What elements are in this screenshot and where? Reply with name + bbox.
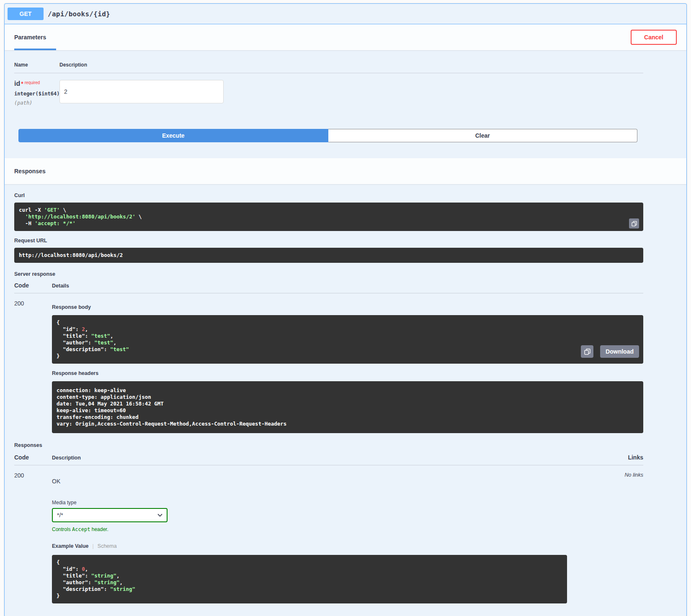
accept-controls-note: Controls Accept header.	[52, 526, 606, 532]
parameter-name: id	[14, 80, 20, 87]
curl-code-block: curl -X 'GET' \ 'http://localhost:8080/a…	[14, 203, 643, 231]
parameters-tab-underline	[14, 49, 56, 50]
download-button[interactable]: Download	[600, 345, 639, 358]
required-star: *	[21, 80, 23, 87]
chevron-down-icon	[157, 513, 162, 517]
response-doc-row: 200 OK Media type */* Controls Accept he…	[14, 465, 643, 603]
response-headers-label: Response headers	[52, 370, 643, 376]
server-response-row: 200 Response body Download { "id": 2, "t…	[14, 293, 643, 433]
opblock-get: GET /api/books/{id} Parameters Cancel Na…	[4, 3, 687, 616]
cancel-button[interactable]: Cancel	[631, 30, 677, 45]
media-type-value: */*	[57, 512, 63, 518]
tab-separator: |	[93, 543, 94, 549]
parameter-id-input[interactable]	[59, 80, 224, 103]
responses-title: Responses	[14, 168, 46, 175]
server-response-label: Server response	[14, 271, 643, 277]
responses-section-header: Responses	[5, 158, 686, 184]
curl-copy-button[interactable]	[629, 218, 639, 228]
response-headers-block: connection: keep-alivecontent-type: appl…	[52, 381, 643, 433]
required-label: required	[25, 80, 40, 85]
example-value-block: { "id": 0, "title": "string", "author": …	[52, 555, 567, 603]
clipboard-icon	[632, 221, 637, 226]
response-body-actions: Download	[581, 345, 639, 358]
tab-schema[interactable]: Schema	[98, 543, 117, 549]
responses-body: Curl curl -X 'GET' \ 'http://localhost:8…	[5, 184, 686, 616]
parameters-section-header: Parameters Cancel	[5, 24, 686, 50]
response-description: OK	[52, 478, 606, 485]
media-type-label: Media type	[52, 500, 606, 506]
parameter-type: integer($int64)	[14, 91, 59, 97]
clipboard-icon	[584, 349, 590, 355]
response-body-label: Response body	[52, 304, 643, 310]
response-copy-button[interactable]	[581, 345, 593, 358]
description-column-header: Description	[52, 455, 606, 461]
name-column-header: Name	[14, 62, 59, 68]
response-description-cell: OK Media type */* Controls Accept header…	[52, 472, 606, 603]
server-response-table-header: Code Details	[14, 282, 643, 293]
request-url-block: http://localhost:8080/api/books/2	[14, 248, 643, 263]
opblock-summary[interactable]: GET /api/books/{id}	[5, 4, 686, 24]
endpoint-path: /api/books/{id}	[48, 10, 110, 18]
execute-button[interactable]: Execute	[18, 129, 328, 142]
request-url-label: Request URL	[14, 238, 643, 244]
curl-label: Curl	[14, 192, 643, 198]
accept-note-prefix: Controls	[52, 526, 72, 532]
status-code: 200	[14, 300, 52, 433]
parameter-row: id*required integer($int64) (path)	[14, 73, 643, 106]
parameter-meta: id*required integer($int64) (path)	[14, 80, 59, 106]
response-code: 200	[14, 472, 52, 603]
response-body-block: Download { "id": 2, "title": "test", "au…	[52, 315, 643, 364]
tab-parameters[interactable]: Parameters	[14, 34, 46, 41]
responses-table-title: Responses	[14, 442, 643, 448]
accept-note-code: Accept	[72, 526, 90, 532]
code-column-header: Code	[14, 454, 52, 461]
responses-table-header: Code Description Links	[14, 454, 643, 465]
method-badge: GET	[8, 8, 44, 20]
description-column-header: Description	[59, 62, 643, 68]
media-type-select[interactable]: */*	[52, 508, 168, 522]
parameters-table-header: Name Description	[14, 62, 643, 73]
details-column-header: Details	[52, 283, 643, 289]
parameter-location: (path)	[14, 100, 59, 106]
server-response-details: Response body Download { "id": 2, "title…	[52, 300, 643, 433]
links-column-header: Links	[606, 454, 643, 461]
code-column-header: Code	[14, 282, 52, 289]
parameter-value-cell	[59, 80, 643, 106]
tab-example-value[interactable]: Example Value	[52, 543, 89, 549]
clear-button[interactable]: Clear	[328, 129, 638, 142]
execute-button-group: Execute Clear	[5, 129, 686, 158]
model-example-tabs: Example Value | Schema	[52, 543, 606, 549]
response-links: No links	[606, 472, 643, 603]
parameters-table: Name Description id*required integer($in…	[5, 50, 686, 106]
accept-note-suffix: header.	[90, 526, 108, 532]
